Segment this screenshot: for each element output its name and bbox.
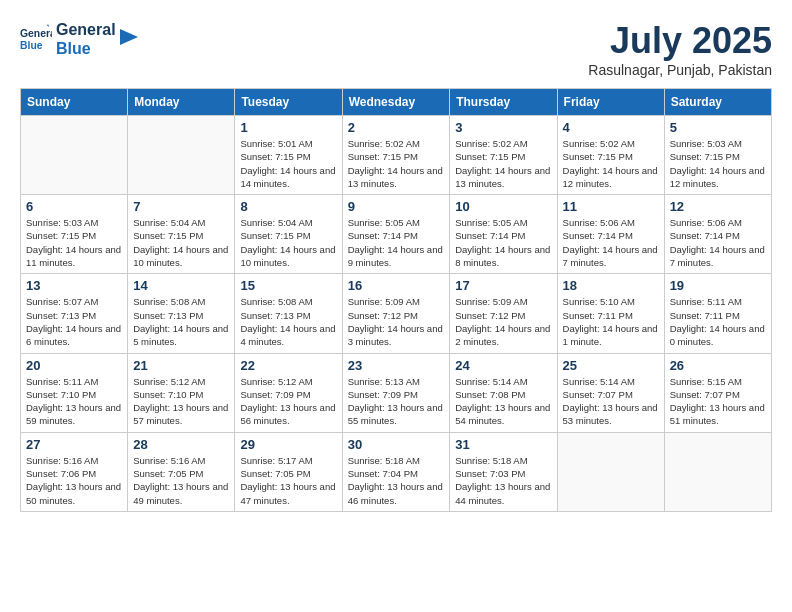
calendar-day-cell: 25Sunrise: 5:14 AMSunset: 7:07 PMDayligh… [557,353,664,432]
calendar-day-cell: 5Sunrise: 5:03 AMSunset: 7:15 PMDaylight… [664,116,771,195]
day-info: Sunrise: 5:06 AMSunset: 7:14 PMDaylight:… [563,216,659,269]
logo-icon: General Blue [20,23,52,55]
calendar-day-cell: 8Sunrise: 5:04 AMSunset: 7:15 PMDaylight… [235,195,342,274]
day-number: 31 [455,437,551,452]
day-number: 13 [26,278,122,293]
day-info: Sunrise: 5:18 AMSunset: 7:03 PMDaylight:… [455,454,551,507]
day-number: 26 [670,358,766,373]
day-number: 22 [240,358,336,373]
day-info: Sunrise: 5:10 AMSunset: 7:11 PMDaylight:… [563,295,659,348]
day-number: 28 [133,437,229,452]
day-number: 30 [348,437,445,452]
day-number: 24 [455,358,551,373]
calendar-day-cell: 19Sunrise: 5:11 AMSunset: 7:11 PMDayligh… [664,274,771,353]
calendar-day-cell: 24Sunrise: 5:14 AMSunset: 7:08 PMDayligh… [450,353,557,432]
calendar-day-cell: 21Sunrise: 5:12 AMSunset: 7:10 PMDayligh… [128,353,235,432]
calendar-day-cell: 23Sunrise: 5:13 AMSunset: 7:09 PMDayligh… [342,353,450,432]
day-info: Sunrise: 5:11 AMSunset: 7:11 PMDaylight:… [670,295,766,348]
day-number: 10 [455,199,551,214]
day-info: Sunrise: 5:04 AMSunset: 7:15 PMDaylight:… [240,216,336,269]
weekday-header: Friday [557,89,664,116]
day-info: Sunrise: 5:02 AMSunset: 7:15 PMDaylight:… [348,137,445,190]
weekday-header: Wednesday [342,89,450,116]
logo-general: General [56,20,116,39]
day-info: Sunrise: 5:12 AMSunset: 7:10 PMDaylight:… [133,375,229,428]
calendar-day-cell: 16Sunrise: 5:09 AMSunset: 7:12 PMDayligh… [342,274,450,353]
day-number: 1 [240,120,336,135]
calendar-day-cell: 30Sunrise: 5:18 AMSunset: 7:04 PMDayligh… [342,432,450,511]
day-info: Sunrise: 5:15 AMSunset: 7:07 PMDaylight:… [670,375,766,428]
calendar-day-cell: 9Sunrise: 5:05 AMSunset: 7:14 PMDaylight… [342,195,450,274]
calendar-day-cell: 27Sunrise: 5:16 AMSunset: 7:06 PMDayligh… [21,432,128,511]
day-info: Sunrise: 5:07 AMSunset: 7:13 PMDaylight:… [26,295,122,348]
day-number: 18 [563,278,659,293]
calendar-day-cell: 18Sunrise: 5:10 AMSunset: 7:11 PMDayligh… [557,274,664,353]
day-number: 9 [348,199,445,214]
day-info: Sunrise: 5:05 AMSunset: 7:14 PMDaylight:… [455,216,551,269]
day-info: Sunrise: 5:17 AMSunset: 7:05 PMDaylight:… [240,454,336,507]
logo: General Blue General Blue [20,20,138,58]
day-info: Sunrise: 5:16 AMSunset: 7:05 PMDaylight:… [133,454,229,507]
day-info: Sunrise: 5:02 AMSunset: 7:15 PMDaylight:… [563,137,659,190]
calendar-day-cell [664,432,771,511]
calendar-day-cell: 20Sunrise: 5:11 AMSunset: 7:10 PMDayligh… [21,353,128,432]
calendar-day-cell: 31Sunrise: 5:18 AMSunset: 7:03 PMDayligh… [450,432,557,511]
day-number: 14 [133,278,229,293]
day-number: 7 [133,199,229,214]
day-info: Sunrise: 5:05 AMSunset: 7:14 PMDaylight:… [348,216,445,269]
svg-marker-3 [120,29,138,45]
day-info: Sunrise: 5:09 AMSunset: 7:12 PMDaylight:… [455,295,551,348]
calendar-day-cell: 26Sunrise: 5:15 AMSunset: 7:07 PMDayligh… [664,353,771,432]
svg-text:General: General [20,29,52,40]
day-number: 16 [348,278,445,293]
weekday-header: Tuesday [235,89,342,116]
day-number: 6 [26,199,122,214]
day-number: 11 [563,199,659,214]
calendar-day-cell [557,432,664,511]
day-info: Sunrise: 5:14 AMSunset: 7:07 PMDaylight:… [563,375,659,428]
calendar-day-cell: 7Sunrise: 5:04 AMSunset: 7:15 PMDaylight… [128,195,235,274]
calendar-day-cell: 3Sunrise: 5:02 AMSunset: 7:15 PMDaylight… [450,116,557,195]
day-number: 5 [670,120,766,135]
calendar-day-cell [21,116,128,195]
calendar-day-cell: 22Sunrise: 5:12 AMSunset: 7:09 PMDayligh… [235,353,342,432]
calendar-header-row: SundayMondayTuesdayWednesdayThursdayFrid… [21,89,772,116]
day-info: Sunrise: 5:18 AMSunset: 7:04 PMDaylight:… [348,454,445,507]
day-number: 23 [348,358,445,373]
calendar-day-cell [128,116,235,195]
calendar-day-cell: 13Sunrise: 5:07 AMSunset: 7:13 PMDayligh… [21,274,128,353]
weekday-header: Monday [128,89,235,116]
day-info: Sunrise: 5:03 AMSunset: 7:15 PMDaylight:… [670,137,766,190]
day-number: 15 [240,278,336,293]
day-info: Sunrise: 5:04 AMSunset: 7:15 PMDaylight:… [133,216,229,269]
day-info: Sunrise: 5:01 AMSunset: 7:15 PMDaylight:… [240,137,336,190]
calendar-day-cell: 29Sunrise: 5:17 AMSunset: 7:05 PMDayligh… [235,432,342,511]
calendar-week-row: 13Sunrise: 5:07 AMSunset: 7:13 PMDayligh… [21,274,772,353]
weekday-header: Thursday [450,89,557,116]
calendar-week-row: 27Sunrise: 5:16 AMSunset: 7:06 PMDayligh… [21,432,772,511]
day-number: 20 [26,358,122,373]
calendar-day-cell: 1Sunrise: 5:01 AMSunset: 7:15 PMDaylight… [235,116,342,195]
calendar-week-row: 6Sunrise: 5:03 AMSunset: 7:15 PMDaylight… [21,195,772,274]
day-number: 12 [670,199,766,214]
day-info: Sunrise: 5:12 AMSunset: 7:09 PMDaylight:… [240,375,336,428]
svg-marker-2 [46,25,48,27]
day-info: Sunrise: 5:13 AMSunset: 7:09 PMDaylight:… [348,375,445,428]
location: Rasulnagar, Punjab, Pakistan [588,62,772,78]
calendar-table: SundayMondayTuesdayWednesdayThursdayFrid… [20,88,772,512]
calendar-day-cell: 28Sunrise: 5:16 AMSunset: 7:05 PMDayligh… [128,432,235,511]
logo-blue: Blue [56,39,116,58]
day-number: 27 [26,437,122,452]
day-number: 3 [455,120,551,135]
day-number: 4 [563,120,659,135]
logo-flag-icon [120,29,138,49]
month-title: July 2025 [588,20,772,62]
day-info: Sunrise: 5:06 AMSunset: 7:14 PMDaylight:… [670,216,766,269]
calendar-day-cell: 14Sunrise: 5:08 AMSunset: 7:13 PMDayligh… [128,274,235,353]
day-number: 8 [240,199,336,214]
day-info: Sunrise: 5:16 AMSunset: 7:06 PMDaylight:… [26,454,122,507]
day-info: Sunrise: 5:09 AMSunset: 7:12 PMDaylight:… [348,295,445,348]
day-number: 25 [563,358,659,373]
day-info: Sunrise: 5:14 AMSunset: 7:08 PMDaylight:… [455,375,551,428]
page-header: General Blue General Blue July 2025 Rasu… [20,20,772,78]
